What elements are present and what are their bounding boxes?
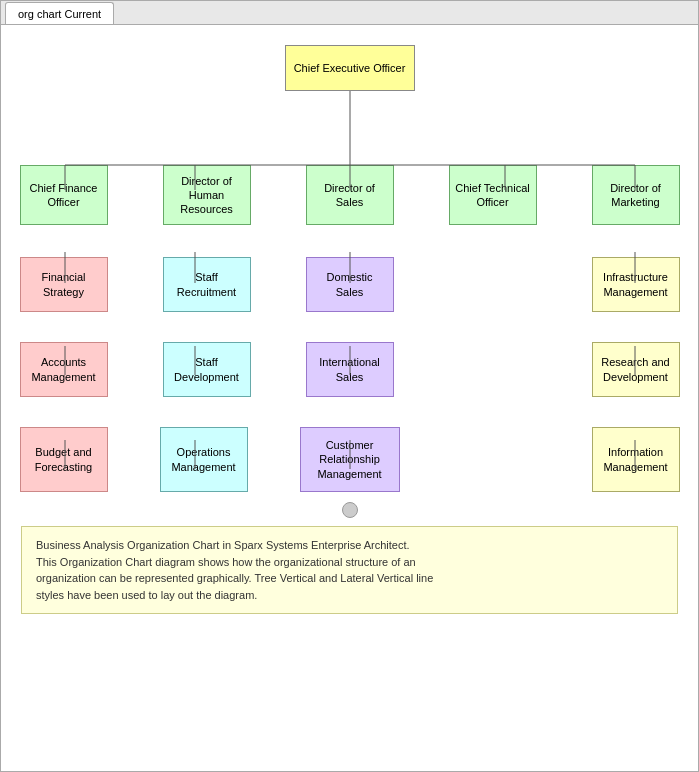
dir-sales-label: Director of Sales — [312, 181, 388, 210]
col-hr: Director of Human Resources — [163, 165, 251, 225]
col-sales: Director of Sales — [306, 165, 394, 225]
sub-marketing-2: Research and Development — [592, 342, 680, 397]
ceo-box: Chief Executive Officer — [285, 45, 415, 91]
dir-hr-box: Director of Human Resources — [163, 165, 251, 225]
sub-sales-2: International Sales — [306, 342, 394, 397]
note-text: Business Analysis Organization Chart in … — [36, 539, 433, 601]
sub-row-2: Accounts Management Staff Development In… — [15, 342, 685, 397]
dir-connector-space — [15, 225, 685, 257]
separator-circle — [342, 502, 358, 518]
ceo-row: Chief Executive Officer — [15, 35, 685, 91]
dir-finance-box: Chief Finance Officer — [20, 165, 108, 225]
tab-bar: org chart Current — [1, 1, 698, 25]
window: org chart Current — [0, 0, 699, 772]
directors-row: Chief Finance Officer Director of Human … — [15, 165, 685, 225]
dir-marketing-box: Director of Marketing — [592, 165, 680, 225]
sub-finance-3: Budget and Forecasting — [20, 427, 108, 492]
sub-marketing-1: Infrastructure Management — [592, 257, 680, 312]
col-finance: Chief Finance Officer — [20, 165, 108, 225]
sub-tech-empty-2 — [449, 342, 537, 397]
chart-container: Chief Executive Officer Chief Finance Of… — [15, 35, 685, 492]
dir-hr-label: Director of Human Resources — [169, 174, 245, 217]
note-box: Business Analysis Organization Chart in … — [21, 526, 678, 614]
sub-row-1: Financial Strategy Staff Recruitment Dom… — [15, 257, 685, 312]
sub-finance-1: Financial Strategy — [20, 257, 108, 312]
sub-connector-space-2 — [15, 397, 685, 427]
sub-sales-3: Customer Relationship Management — [300, 427, 400, 492]
dir-marketing-label: Director of Marketing — [598, 181, 674, 210]
sub-sales-1: Domestic Sales — [306, 257, 394, 312]
separator-row — [11, 502, 688, 518]
diagram-area: Chief Executive Officer Chief Finance Of… — [1, 25, 698, 634]
sub-tech-empty-3 — [452, 427, 540, 492]
tab-org-chart[interactable]: org chart Current — [5, 2, 114, 24]
sub-finance-2: Accounts Management — [20, 342, 108, 397]
ceo-connector-space — [15, 91, 685, 165]
sub-row-3: Budget and Forecasting Operations Manage… — [15, 427, 685, 492]
sub-connector-space-1 — [15, 312, 685, 342]
sub-marketing-3: Information Management — [592, 427, 680, 492]
col-tech: Chief Technical Officer — [449, 165, 537, 225]
dir-finance-label: Chief Finance Officer — [26, 181, 102, 210]
col-marketing: Director of Marketing — [592, 165, 680, 225]
sub-hr-3: Operations Management — [160, 427, 248, 492]
dir-tech-label: Chief Technical Officer — [455, 181, 531, 210]
sub-hr-1: Staff Recruitment — [163, 257, 251, 312]
dir-tech-box: Chief Technical Officer — [449, 165, 537, 225]
dir-sales-box: Director of Sales — [306, 165, 394, 225]
sub-tech-empty-1 — [449, 257, 537, 312]
sub-hr-2: Staff Development — [163, 342, 251, 397]
